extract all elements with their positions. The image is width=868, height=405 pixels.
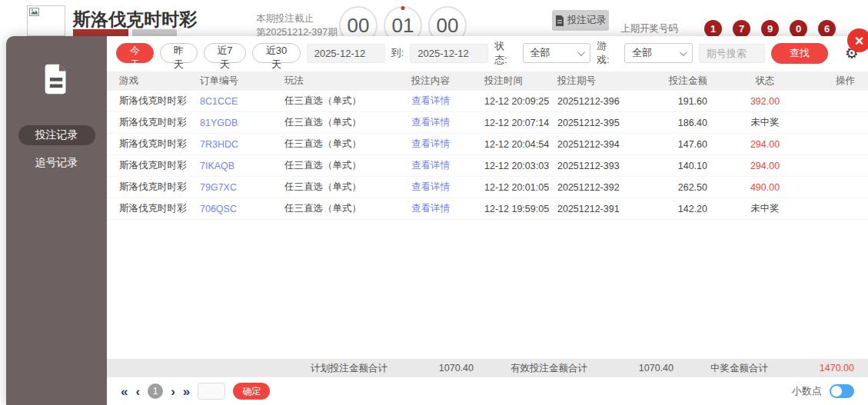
game-select[interactable]: 全部 bbox=[624, 43, 693, 63]
win-total-value: 1470.00 bbox=[768, 363, 854, 373]
cell-issue: 20251212-392 bbox=[557, 182, 645, 193]
order-id-link[interactable]: 81YGDB bbox=[200, 118, 284, 128]
cell-play: 任三直选（单式） bbox=[284, 202, 411, 215]
col-amount: 投注金额 bbox=[645, 75, 707, 88]
cell-status: 294.00 bbox=[707, 139, 823, 150]
col-time: 投注时间 bbox=[484, 75, 557, 88]
table-header: 游戏 订单编号 玩法 投注内容 投注时间 投注期号 投注金额 状态 操作 bbox=[107, 71, 868, 91]
sidebar-item-label: 投注记录 bbox=[35, 128, 78, 142]
cell-issue: 20251212-395 bbox=[557, 118, 645, 128]
cell-play: 任三直选（单式） bbox=[284, 159, 411, 172]
quick-date-button[interactable]: 近7天 bbox=[204, 43, 247, 63]
summary-bar: 计划投注金额合计 1070.40 有效投注金额合计 1070.40 中奖金额合计… bbox=[107, 359, 868, 377]
betting-records-modal: 投注记录 追号记录 今天 昨天 bbox=[6, 36, 868, 405]
planned-total-value: 1070.40 bbox=[387, 363, 474, 373]
cell-play: 任三直选（单式） bbox=[284, 116, 411, 129]
quick-date-button[interactable]: 今天 bbox=[116, 43, 154, 63]
win-total-label: 中奖金额合计 bbox=[710, 362, 768, 375]
col-status: 状态 bbox=[707, 75, 823, 88]
page-confirm-button[interactable]: 确定 bbox=[233, 383, 270, 400]
view-details-link[interactable]: 查看详情 bbox=[411, 95, 484, 108]
col-action: 操作 bbox=[823, 75, 868, 88]
cell-time: 12-12 19:59:05 bbox=[484, 204, 557, 214]
view-details-link[interactable]: 查看详情 bbox=[411, 202, 484, 215]
records-doc-icon bbox=[39, 61, 75, 97]
quick-date-label: 近30天 bbox=[266, 45, 287, 70]
quick-date-button[interactable]: 近30天 bbox=[252, 43, 301, 63]
quick-date-label: 近7天 bbox=[217, 45, 232, 70]
deadline-label: 本期投注截止 bbox=[256, 12, 338, 25]
chevron-down-icon bbox=[577, 48, 585, 56]
order-id-link[interactable]: 706QSC bbox=[200, 204, 284, 214]
table-row: 斯洛伐克时时彩 7R3HDC 任三直选（单式） 查看详情 12-12 20:04… bbox=[107, 134, 868, 155]
deadline-block: 本期投注截止 第20251212-397期 bbox=[256, 12, 338, 39]
cell-amount: 142.20 bbox=[645, 204, 707, 214]
page-jump-input[interactable] bbox=[198, 383, 225, 400]
sidebar-item-label: 追号记录 bbox=[35, 156, 78, 170]
filter-bar: 今天 昨天 近7天 近30天 到: 状态: bbox=[107, 36, 868, 70]
status-select-value: 全部 bbox=[530, 46, 550, 60]
order-id-link[interactable]: 7IKAQB bbox=[200, 161, 284, 171]
date-from-input[interactable] bbox=[307, 44, 385, 63]
last-page-button[interactable]: » bbox=[183, 385, 190, 398]
cell-game: 斯洛伐克时时彩 bbox=[119, 95, 200, 108]
valid-total-value: 1070.40 bbox=[587, 363, 673, 373]
cell-amount: 191.60 bbox=[645, 96, 707, 107]
cell-game: 斯洛伐克时时彩 bbox=[119, 138, 200, 151]
draw-number-ball: 0 bbox=[790, 20, 807, 38]
view-details-link[interactable]: 查看详情 bbox=[411, 181, 484, 194]
cell-play: 任三直选（单式） bbox=[284, 95, 411, 108]
game-logo-box bbox=[27, 5, 65, 36]
view-details-link[interactable]: 查看详情 bbox=[411, 159, 484, 172]
countdown-value: 00 bbox=[437, 14, 459, 38]
prev-page-button[interactable]: ‹ bbox=[135, 385, 140, 398]
cell-play: 任三直选（单式） bbox=[284, 138, 411, 151]
draw-number-ball: 7 bbox=[733, 20, 750, 38]
decimal-toggle[interactable] bbox=[830, 384, 854, 398]
date-to-input[interactable] bbox=[410, 44, 488, 63]
first-page-button[interactable]: « bbox=[121, 385, 128, 398]
order-id-link[interactable]: 7R3HDC bbox=[200, 139, 284, 150]
sidebar-item[interactable]: 投注记录 bbox=[18, 125, 95, 145]
cell-status: 392.00 bbox=[707, 96, 823, 107]
countdown-value: 00 bbox=[348, 14, 370, 38]
order-id-link[interactable]: 8C1CCE bbox=[200, 96, 284, 107]
game-label: 游戏: bbox=[597, 39, 618, 67]
table-empty-space bbox=[107, 220, 868, 359]
current-page-badge: 1 bbox=[148, 383, 163, 399]
view-details-link[interactable]: 查看详情 bbox=[411, 138, 484, 151]
col-issue: 投注期号 bbox=[557, 75, 645, 88]
last-draw-label: 上期开奖号码 bbox=[620, 22, 678, 35]
order-id-link[interactable]: 79G7XC bbox=[200, 182, 284, 193]
quick-date-label: 今天 bbox=[130, 45, 140, 70]
cell-status: 490.00 bbox=[707, 182, 823, 193]
records-nav-button[interactable]: 投注记录 bbox=[552, 10, 609, 31]
search-button[interactable]: 查找 bbox=[771, 43, 828, 64]
cell-issue: 20251212-396 bbox=[557, 96, 645, 107]
close-icon[interactable]: × bbox=[847, 28, 868, 52]
draw-number-ball: 9 bbox=[761, 20, 779, 38]
cell-game: 斯洛伐克时时彩 bbox=[119, 202, 200, 215]
cell-issue: 20251212-394 bbox=[557, 139, 645, 150]
cell-time: 12-12 20:01:05 bbox=[484, 182, 557, 193]
cell-game: 斯洛伐克时时彩 bbox=[119, 116, 200, 129]
chevron-down-icon bbox=[680, 48, 687, 56]
col-order-id: 订单编号 bbox=[200, 75, 284, 88]
quick-date-button[interactable]: 昨天 bbox=[160, 43, 198, 63]
draw-number-ball: 1 bbox=[704, 20, 722, 38]
modal-sidebar: 投注记录 追号记录 bbox=[6, 36, 107, 405]
table-row: 斯洛伐克时时彩 706QSC 任三直选（单式） 查看详情 12-12 19:59… bbox=[107, 198, 868, 220]
table-row: 斯洛伐克时时彩 8C1CCE 任三直选（单式） 查看详情 12-12 20:09… bbox=[107, 91, 868, 112]
cell-status: 未中奖 bbox=[707, 116, 823, 129]
view-details-link[interactable]: 查看详情 bbox=[411, 116, 484, 129]
next-page-button[interactable]: › bbox=[171, 385, 175, 398]
status-select[interactable]: 全部 bbox=[523, 43, 591, 63]
sidebar-item[interactable]: 追号记录 bbox=[18, 153, 95, 173]
cell-game: 斯洛伐克时时彩 bbox=[119, 181, 200, 194]
table-row: 斯洛伐克时时彩 7IKAQB 任三直选（单式） 查看详情 12-12 20:03… bbox=[107, 155, 868, 177]
document-icon bbox=[555, 15, 564, 26]
cell-time: 12-12 20:04:54 bbox=[484, 139, 557, 150]
issue-search-input[interactable] bbox=[699, 44, 765, 63]
cell-amount: 262.50 bbox=[645, 182, 707, 193]
planned-total-label: 计划投注金额合计 bbox=[311, 362, 387, 375]
